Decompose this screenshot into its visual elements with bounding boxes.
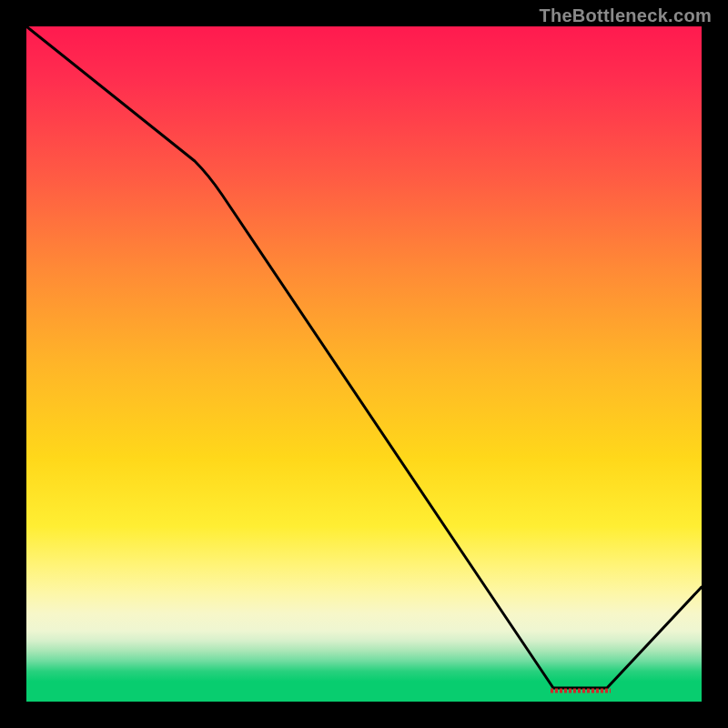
bottleneck-curve [26,26,702,702]
chart-container: TheBottleneck.com [0,0,728,728]
curve-path [26,26,702,688]
watermark-text: TheBottleneck.com [539,5,712,26]
plot-area [26,26,702,702]
